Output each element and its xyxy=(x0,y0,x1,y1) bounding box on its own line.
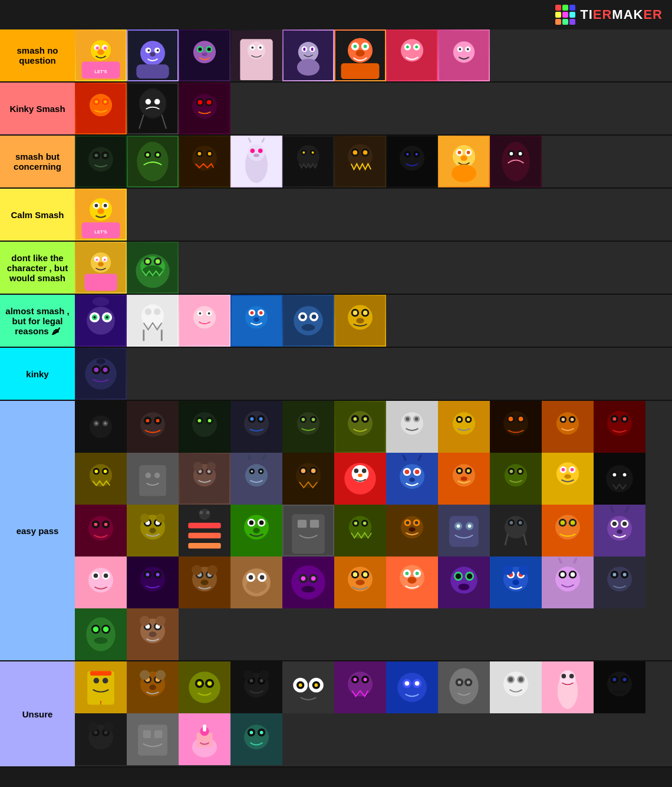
svg-point-368 xyxy=(140,513,149,522)
svg-rect-608 xyxy=(154,730,162,738)
char-ep-4 xyxy=(230,401,282,453)
svg-point-37 xyxy=(297,59,319,76)
svg-point-497 xyxy=(555,567,580,591)
tier-row-kinky: kinky xyxy=(0,348,672,401)
svg-point-175 xyxy=(154,308,160,315)
char-ep-10 xyxy=(542,401,594,453)
svg-point-381 xyxy=(249,521,254,525)
tier-items-3 xyxy=(75,136,672,187)
svg-rect-373 xyxy=(188,543,220,549)
svg-point-130 xyxy=(460,156,467,162)
svg-point-275 xyxy=(571,418,574,422)
svg-point-183 xyxy=(208,312,210,315)
tier-items-4: LET'S xyxy=(75,189,672,241)
char-baby-alt xyxy=(386,29,438,81)
svg-text:!: ! xyxy=(100,700,102,706)
svg-point-51 xyxy=(415,45,418,48)
svg-point-169 xyxy=(94,316,96,318)
svg-point-42 xyxy=(354,45,357,48)
svg-point-337 xyxy=(505,464,527,486)
tier-items-9: ! xyxy=(75,661,672,766)
char-nightmare-freddy xyxy=(179,136,230,187)
svg-point-457 xyxy=(260,575,265,580)
svg-point-585 xyxy=(519,677,523,682)
svg-point-567 xyxy=(364,678,367,681)
svg-point-182 xyxy=(199,312,201,315)
svg-point-129 xyxy=(467,151,470,154)
svg-point-68 xyxy=(146,99,151,105)
svg-point-398 xyxy=(406,521,410,525)
char-u-8 xyxy=(438,661,490,713)
svg-point-69 xyxy=(154,99,160,105)
svg-point-304 xyxy=(251,470,253,473)
svg-point-241 xyxy=(297,412,319,434)
svg-point-274 xyxy=(562,418,565,422)
char-ep-5 xyxy=(282,401,334,453)
char-ep-music-man xyxy=(438,557,490,608)
svg-point-161 xyxy=(156,259,160,264)
char-funtime-freddy xyxy=(127,29,179,81)
svg-point-160 xyxy=(146,259,150,264)
char-ep-classic-freddy xyxy=(179,557,230,608)
svg-rect-154 xyxy=(84,274,117,291)
svg-point-319 xyxy=(358,473,363,477)
tier-label-7: kinky xyxy=(0,348,75,400)
svg-point-411 xyxy=(510,521,513,525)
svg-point-171 xyxy=(93,297,110,306)
svg-rect-613 xyxy=(203,725,206,731)
tier-row-almost-smash: almost smash , but for legal reasons 🌶 xyxy=(0,295,672,348)
svg-point-281 xyxy=(623,417,627,421)
svg-point-43 xyxy=(364,45,367,48)
svg-point-123 xyxy=(416,153,418,156)
char-twisted-bonnie xyxy=(230,136,282,187)
svg-point-563 xyxy=(348,671,373,696)
svg-point-256 xyxy=(406,417,410,421)
svg-point-83 xyxy=(104,154,107,157)
svg-point-542 xyxy=(189,671,220,703)
svg-point-581 xyxy=(503,671,528,696)
svg-point-239 xyxy=(259,417,263,421)
char-ep-dark-red xyxy=(75,505,127,557)
svg-point-435 xyxy=(104,574,108,578)
char-u-1: ! xyxy=(75,661,127,713)
char-s1-8 xyxy=(438,29,490,81)
char-ep-7 xyxy=(386,401,438,453)
svg-point-223 xyxy=(140,412,165,437)
tier-items-8 xyxy=(75,401,672,660)
char-ep-neon xyxy=(179,505,230,557)
svg-point-119 xyxy=(400,146,424,170)
svg-point-29 xyxy=(251,47,253,49)
char-u-7 xyxy=(386,661,438,713)
char-puppet xyxy=(127,83,179,134)
tier-row-unsure: Unsure ! xyxy=(0,661,672,768)
svg-point-301 xyxy=(245,464,268,486)
svg-point-500 xyxy=(561,572,565,577)
svg-point-88 xyxy=(146,153,150,157)
char-ennard-kinky xyxy=(75,348,127,400)
char-ep-16 xyxy=(282,453,334,505)
svg-point-35 xyxy=(303,48,305,51)
svg-point-486 xyxy=(458,584,469,590)
svg-point-268 xyxy=(509,417,513,422)
svg-point-235 xyxy=(244,411,269,436)
char-springtrap-ep xyxy=(334,401,386,453)
char-ep-hippo xyxy=(230,557,282,608)
svg-point-200 xyxy=(312,315,317,320)
svg-point-406 xyxy=(468,525,472,528)
char-gator-green xyxy=(127,242,179,294)
svg-point-566 xyxy=(354,678,357,681)
svg-point-247 xyxy=(348,411,373,436)
svg-point-316 xyxy=(352,465,369,482)
svg-point-73 xyxy=(192,94,217,118)
svg-point-554 xyxy=(259,670,269,680)
svg-point-36 xyxy=(311,48,314,51)
svg-point-420 xyxy=(571,521,575,525)
svg-point-6 xyxy=(97,50,104,55)
svg-point-13 xyxy=(147,50,150,52)
svg-point-137 xyxy=(519,152,522,156)
svg-point-573 xyxy=(415,681,420,686)
tier-items-1: LET'S xyxy=(75,29,672,81)
svg-rect-530 xyxy=(90,671,111,676)
svg-point-208 xyxy=(356,318,364,324)
svg-point-23 xyxy=(202,52,207,56)
